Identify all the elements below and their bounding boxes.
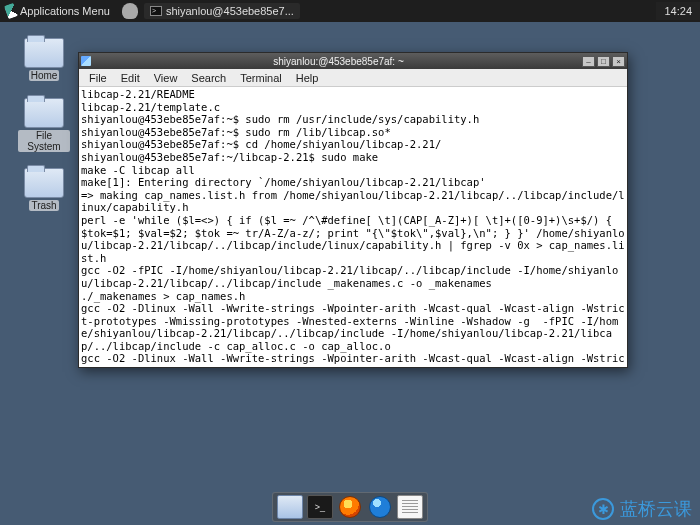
terminal-output[interactable]: libcap-2.21/README libcap-2.21/template.… <box>79 87 627 367</box>
trash-icon <box>24 168 64 198</box>
desktop-icon-trash[interactable]: Trash <box>18 168 70 211</box>
panel-clock[interactable]: 14:24 <box>656 2 700 20</box>
desktop-icon-home[interactable]: Home <box>18 38 70 81</box>
xfce-mouse-icon <box>4 3 18 20</box>
window-minimize-button[interactable]: – <box>582 56 595 67</box>
dock-text-editor[interactable] <box>397 495 423 519</box>
applications-menu-label: Applications Menu <box>20 5 110 17</box>
window-maximize-button[interactable]: □ <box>597 56 610 67</box>
taskbar-terminal-button[interactable]: shiyanlou@453ebe85e7... <box>144 3 300 19</box>
terminal-menubar: File Edit View Search Terminal Help <box>79 69 627 87</box>
folder-icon <box>24 98 64 128</box>
desktop-icon-label: Home <box>29 70 60 81</box>
desktop-icon-label: Trash <box>29 200 58 211</box>
panel-left: Applications Menu shiyanlou@453ebe85e7..… <box>0 3 300 19</box>
menu-file[interactable]: File <box>83 71 113 85</box>
window-app-icon <box>81 56 91 66</box>
window-title: shiyanlou:@453ebe85e7af: ~ <box>95 56 582 67</box>
folder-icon <box>24 38 64 68</box>
firefox-icon <box>339 496 361 518</box>
menu-help[interactable]: Help <box>290 71 325 85</box>
dock-file-manager[interactable] <box>277 495 303 519</box>
bottom-dock <box>272 492 428 522</box>
desktop-icon-filesystem[interactable]: File System <box>18 98 70 152</box>
menu-edit[interactable]: Edit <box>115 71 146 85</box>
window-buttons: – □ × <box>582 56 625 67</box>
watermark-logo-icon: ✱ <box>592 498 614 520</box>
globe-icon <box>369 496 391 518</box>
user-icon[interactable] <box>122 3 138 19</box>
top-panel: Applications Menu shiyanlou@453ebe85e7..… <box>0 0 700 22</box>
desktop-icon-label: File System <box>18 130 70 152</box>
watermark: ✱ 蓝桥云课 <box>592 497 692 521</box>
taskbar-terminal-label: shiyanlou@453ebe85e7... <box>166 5 294 17</box>
dock-browser[interactable] <box>367 495 393 519</box>
watermark-text: 蓝桥云课 <box>620 497 692 521</box>
dock-firefox[interactable] <box>337 495 363 519</box>
clock-text: 14:24 <box>664 5 692 17</box>
terminal-window: shiyanlou:@453ebe85e7af: ~ – □ × File Ed… <box>78 52 628 368</box>
window-close-button[interactable]: × <box>612 56 625 67</box>
dock-terminal[interactable] <box>307 495 333 519</box>
terminal-icon <box>150 6 162 16</box>
window-titlebar[interactable]: shiyanlou:@453ebe85e7af: ~ – □ × <box>79 53 627 69</box>
menu-search[interactable]: Search <box>185 71 232 85</box>
applications-menu-button[interactable]: Applications Menu <box>0 4 116 18</box>
menu-view[interactable]: View <box>148 71 184 85</box>
menu-terminal[interactable]: Terminal <box>234 71 288 85</box>
